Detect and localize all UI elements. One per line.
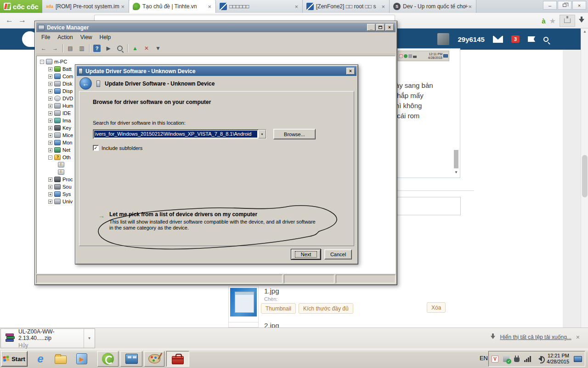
uninstall-icon[interactable]: ✕ xyxy=(141,44,152,53)
expand-icon[interactable]: - xyxy=(48,155,52,160)
language-indicator[interactable]: EN xyxy=(480,355,488,362)
dialog-close-button[interactable]: × xyxy=(346,68,355,75)
expand-icon[interactable]: + xyxy=(48,82,52,86)
window-minimize-button[interactable]: – xyxy=(543,1,557,10)
menu-item[interactable]: Action xyxy=(54,33,76,41)
expand-icon[interactable]: + xyxy=(48,89,52,93)
action-pane-icon[interactable]: ▶ xyxy=(103,44,113,53)
thumbnail-button[interactable]: Thumbnail xyxy=(261,303,296,314)
attachment-thumbnail[interactable] xyxy=(228,286,259,327)
expand-icon[interactable]: + xyxy=(48,119,52,123)
next-button[interactable]: Next xyxy=(291,249,321,259)
tab-close-icon[interactable]: × xyxy=(206,3,213,10)
tree-item[interactable] xyxy=(40,161,73,168)
scan-hardware-icon[interactable] xyxy=(115,44,125,53)
expand-icon[interactable]: + xyxy=(48,104,52,108)
taskbar-coccoc-button[interactable] xyxy=(97,351,119,367)
tree-item[interactable]: + Sys xyxy=(40,190,73,198)
taskbar-paint-button[interactable] xyxy=(144,351,164,367)
menu-item[interactable]: View xyxy=(77,33,96,41)
tree-item[interactable]: + Net xyxy=(40,146,73,154)
expand-icon[interactable]: + xyxy=(48,126,52,130)
bookmark-star-icon[interactable]: ★ xyxy=(549,17,556,25)
tree-item[interactable]: + Disp xyxy=(40,87,73,95)
coccoc-logo[interactable]: cốc cốc xyxy=(0,0,42,13)
wizard-back-button[interactable]: ← xyxy=(79,77,92,90)
combobox-dropdown-icon[interactable]: ▼ xyxy=(258,130,266,138)
browser-tab[interactable]: xda [ROM] Pre-root system.img × xyxy=(42,0,129,13)
tree-item[interactable]: + Univ xyxy=(40,198,73,205)
expand-icon[interactable]: + xyxy=(48,200,52,204)
expand-icon[interactable]: + xyxy=(48,192,52,196)
display-settings-icon[interactable] xyxy=(574,356,582,362)
device-manager-titlebar[interactable]: Device Manager _ × xyxy=(36,23,396,32)
username[interactable]: 29y6145 xyxy=(458,35,484,43)
search-icon[interactable] xyxy=(543,37,548,42)
tree-item[interactable]: + Batt xyxy=(40,65,73,73)
tree-item[interactable]: - Oth xyxy=(40,154,73,161)
driver-path-combobox[interactable]: ivers_for_Windows_20150212\Windows_XP_VI… xyxy=(93,129,266,139)
new-tab-button[interactable]: + xyxy=(460,2,472,10)
expand-icon[interactable]: + xyxy=(48,75,52,79)
update-driver-icon[interactable]: ▲ xyxy=(130,44,140,53)
browser-tab[interactable]: [ZenFone2] □□ root □□ s × xyxy=(303,0,390,13)
menu-item[interactable]: File xyxy=(38,33,53,41)
tree-root[interactable]: - m-PC xyxy=(40,58,73,65)
taskbar-explorer-button[interactable] xyxy=(51,351,70,367)
tree-item[interactable]: + Disk xyxy=(40,80,73,87)
avatar[interactable] xyxy=(437,33,449,45)
driver-path-value[interactable]: ivers_for_Windows_20150212\Windows_XP_VI… xyxy=(94,131,257,138)
forward-icon[interactable]: → xyxy=(50,44,60,53)
download-arrow-icon[interactable] xyxy=(579,19,584,25)
tab-close-icon[interactable]: × xyxy=(293,3,300,10)
expand-icon[interactable]: + xyxy=(48,97,52,101)
download-bar-close-icon[interactable]: × xyxy=(576,334,580,341)
tree-item[interactable]: + Hum xyxy=(40,102,73,109)
dialog-titlebar[interactable]: Update Driver Software - Unknown Device … xyxy=(77,66,356,76)
delete-attachment-button[interactable]: Xóa xyxy=(427,302,446,313)
properties-icon[interactable]: ▥ xyxy=(77,44,87,53)
spellcheck-icon[interactable]: à xyxy=(542,17,545,25)
dm-maximize-button[interactable] xyxy=(376,24,384,31)
browse-button[interactable]: Browse... xyxy=(273,129,316,139)
tree-item[interactable]: + Key xyxy=(40,124,73,132)
tab-close-icon[interactable]: × xyxy=(119,3,126,10)
collapse-icon[interactable]: - xyxy=(40,60,44,64)
tree-item[interactable]: + Sou xyxy=(40,183,73,190)
let-me-pick-option[interactable]: → Let me pick from a list of device driv… xyxy=(98,211,319,231)
let-me-pick-title[interactable]: Let me pick from a list of device driver… xyxy=(109,211,319,218)
cancel-button[interactable]: Cancel xyxy=(324,249,352,259)
expand-icon[interactable]: + xyxy=(48,141,52,145)
tree-item[interactable]: + Com xyxy=(40,73,73,80)
expand-icon[interactable]: + xyxy=(48,178,52,182)
expand-icon[interactable]: + xyxy=(48,133,52,138)
browser-tab[interactable]: □□□□□□ × xyxy=(216,0,303,13)
notification-badge[interactable]: 3 xyxy=(511,35,520,43)
scroll-up-icon[interactable]: ▲ xyxy=(581,29,588,35)
menu-item[interactable]: Help xyxy=(96,33,114,41)
start-button[interactable]: Start xyxy=(1,351,28,367)
show-all-downloads-link[interactable]: Hiển thị tất cả tệp tải xuống... xyxy=(500,334,571,340)
tree-item[interactable]: + IDE xyxy=(40,109,73,117)
full-size-button[interactable]: Kích thước đầy đủ xyxy=(299,303,353,314)
expand-icon[interactable]: + xyxy=(48,67,52,71)
flag-icon[interactable] xyxy=(528,36,535,42)
taskbar-ie-button[interactable]: e xyxy=(31,351,50,367)
disable-icon[interactable]: ▼ xyxy=(153,44,163,53)
dm-minimize-button[interactable]: _ xyxy=(367,24,375,31)
window-restore-button[interactable] xyxy=(558,1,571,10)
safely-remove-hardware-icon[interactable] xyxy=(503,356,509,362)
scrollbar-thumb[interactable] xyxy=(582,155,588,197)
expand-icon[interactable]: + xyxy=(48,148,52,152)
help-icon[interactable]: ? xyxy=(92,44,102,53)
tree-item[interactable]: + Ima xyxy=(40,117,73,124)
network-signal-icon[interactable] xyxy=(524,356,531,362)
window-close-button[interactable]: × xyxy=(572,1,586,10)
volume-icon[interactable] xyxy=(536,356,542,362)
tree-item[interactable]: + Proc xyxy=(40,176,73,183)
console-tree-icon[interactable]: ▤ xyxy=(65,44,75,53)
download-item-menu-icon[interactable]: ▼ xyxy=(84,329,95,348)
expand-icon[interactable]: + xyxy=(48,111,52,115)
browser-back-icon[interactable]: ← xyxy=(6,16,13,25)
browser-tab[interactable]: Tạo chủ đề | Tinhte.vn × xyxy=(129,0,216,13)
